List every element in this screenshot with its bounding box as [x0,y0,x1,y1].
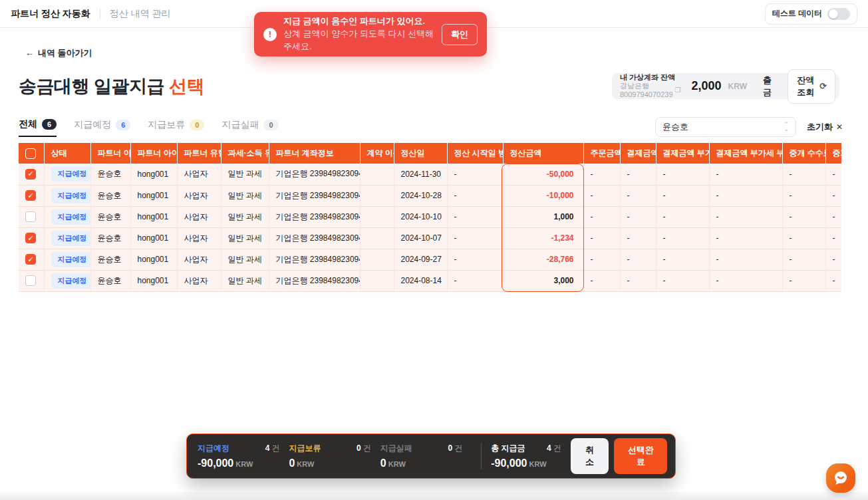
row-contract-name [360,206,394,227]
table-row[interactable]: 지급예정 윤승호 hong001 사업자 일반 과세 기업은행 23984982… [19,227,841,249]
row-checkbox[interactable] [25,275,36,286]
summary-group-planned: 지급예정 4건 -90,000KRW [198,443,289,469]
row-settlement-date: 2024-10-07 [394,227,447,249]
row-settlement-amount: 1,000 [503,206,583,227]
header-tax-type: 과세·소득 유형 [221,143,269,164]
chat-support-button[interactable] [826,463,855,493]
row-partner-name: 윤승호 [90,249,130,270]
chat-bubble-icon [831,469,850,487]
withdraw-button[interactable]: 출금 [763,74,774,98]
table-row[interactable]: 지급예정 윤승호 hong001 사업자 일반 과세 기업은행 23984982… [19,249,841,270]
row-tax-type: 일반 과세 [221,206,269,227]
row-payment-vat: - [656,185,709,206]
tab-held-count-badge: 0 [190,120,204,130]
row-partner-type: 사업자 [177,185,221,206]
row-partner-id: hong001 [130,164,177,185]
select-all-checkbox[interactable] [25,148,36,159]
row-checkbox-cell [19,206,44,227]
row-payment-amount: - [620,249,656,270]
close-icon: ✕ [836,122,843,132]
tab-all[interactable]: 전체 6 [19,118,57,137]
tab-payment-failed[interactable]: 지급실패 0 [221,119,278,136]
header-payment-amount: 결제금액 [620,143,656,164]
reset-filter-button[interactable]: 초기화 ✕ [807,121,843,133]
complete-selection-button[interactable]: 선택완료 [614,438,667,474]
header-settlement-amount: 정산금액 [503,143,583,164]
header-partner-type: 파트너 유형 [177,143,221,164]
row-payment-vat: - [656,270,709,291]
row-payment-vat-burden: - [709,249,782,270]
row-status-cell: 지급예정 [44,249,90,270]
row-checkbox[interactable] [25,190,36,201]
nav-item-settlement-history[interactable]: 정산 내역 관리 [110,8,171,20]
row-status-cell: 지급예정 [44,185,90,206]
row-start-range: - [447,270,503,291]
row-payment-vat: - [656,249,709,270]
partner-select-value: 윤승호 [662,121,688,133]
row-account-info: 기업은행 2398498230948 [269,270,360,291]
header-settlement-date: 정산일 [394,143,447,164]
header-order-amount: 주문금액 [583,143,620,164]
row-brokerage-fee: - [782,249,825,270]
refresh-balance-button[interactable]: 잔액 조회 ⟳ [788,69,835,104]
row-partner-type: 사업자 [177,249,221,270]
table-row[interactable]: 지급예정 윤승호 hong001 사업자 일반 과세 기업은행 23984982… [19,206,841,227]
toast-texts: 지급 금액이 음수인 파트너가 있어요. 상계 금액이 양수가 되도록 다시 선… [283,15,435,53]
table-row[interactable]: 지급예정 윤승호 hong001 사업자 일반 과세 기업은행 23984982… [19,270,841,291]
summary-total-count: 4건 [547,443,571,454]
test-data-toggle[interactable] [827,8,850,20]
summary-group-total: 총 지급금 4건 -90,000KRW [491,443,570,469]
summary-planned-amount: -90,000KRW [198,457,289,469]
tab-held-label: 지급보류 [148,119,185,131]
app-window: 파트너 정산 자동화 정산 내역 관리 테스트 데이터 ! 지급 금액이 음수인… [0,0,868,500]
row-payment-vat: - [656,206,709,227]
balance-account-number: 경남은행 8009794070239 [620,82,673,99]
balance-amount: 2,000 [692,79,722,93]
table-row[interactable]: 지급예정 윤승호 hong001 사업자 일반 과세 기업은행 23984982… [19,185,841,206]
summary-held-amount: 0KRW [289,457,380,469]
row-checkbox-cell [19,227,44,249]
row-checkbox[interactable] [25,254,36,265]
page-title-accent: 선택 [169,76,204,96]
toast-confirm-button[interactable]: 확인 [442,24,478,45]
back-to-history-link[interactable]: ←내역 돌아가기 [25,47,92,59]
row-account-info: 기업은행 2398498230948 [269,164,360,185]
header-contract-name: 계약 이름 [360,143,394,164]
tab-payment-planned[interactable]: 지급예정 6 [74,119,130,136]
chevron-up-down-icon: ⌃⌄ [784,122,789,132]
tab-payment-held[interactable]: 지급보류 0 [148,119,204,136]
row-order-amount: - [583,270,620,291]
status-badge: 지급예정 [51,166,91,182]
row-settlement-amount: -1,234 [503,227,583,249]
row-order-amount: - [583,164,620,185]
row-checkbox[interactable] [25,211,36,222]
table-row[interactable]: 지급예정 윤승호 hong001 사업자 일반 과세 기업은행 23984982… [19,164,841,185]
row-contract-name [360,164,394,185]
summary-failed-amount: 0KRW [380,457,472,469]
partner-select[interactable]: 윤승호 ⌃⌄ [655,117,796,137]
row-contract-name [360,227,394,249]
summary-total-label: 총 지급금 [491,443,525,454]
cancel-button[interactable]: 취소 [571,438,609,474]
row-brokerage-fee: - [782,185,825,206]
row-payment-vat-burden: - [709,185,782,206]
row-checkbox[interactable] [25,169,36,180]
header-payment-vat-burden: 결제금액 부가세 부담금 [709,143,782,164]
balance-account: 경남은행 8009794070239 ❐ [620,82,681,99]
exclamation-icon: ! [263,28,277,41]
copy-icon[interactable]: ❐ [675,86,681,94]
virtual-account-balance-box: 내 가상계좌 잔액 경남은행 8009794070239 ❐ 2,000 KRW… [612,73,839,99]
summary-actions: 취소 선택완료 [571,438,667,474]
row-checkbox[interactable] [25,233,36,243]
row-order-amount: - [583,185,620,206]
row-account-info: 기업은행 2398498230948 [269,227,360,249]
status-badge: 지급예정 [51,209,91,225]
row-order-amount: - [583,249,620,270]
tab-all-count-badge: 6 [42,119,57,130]
header-payment-vat: 결제금액 부가세 [656,143,709,164]
tab-planned-label: 지급예정 [74,119,111,131]
status-badge: 지급예정 [51,188,91,203]
summary-total-amount: -90,000KRW [491,457,570,469]
row-start-range: - [447,206,503,227]
row-tax-type: 일반 과세 [221,227,269,249]
